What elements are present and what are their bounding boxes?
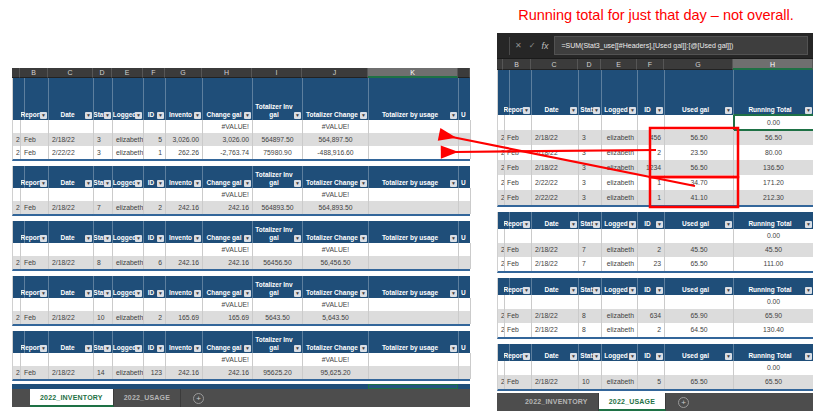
filter-dropdown-icon[interactable]: ▼ bbox=[725, 287, 732, 294]
cell[interactable]: 2/18/22 bbox=[532, 160, 579, 175]
cell[interactable]: elizabeth bbox=[602, 375, 638, 389]
cell[interactable] bbox=[369, 133, 459, 146]
cell[interactable]: 2 bbox=[638, 145, 665, 160]
cell[interactable]: 34.70 bbox=[665, 175, 734, 190]
cell[interactable]: 7 bbox=[579, 243, 602, 257]
column-letter[interactable] bbox=[458, 68, 470, 78]
cell[interactable]: 123 bbox=[144, 366, 166, 379]
cell[interactable]: Feb bbox=[504, 175, 532, 190]
filter-dropdown-icon[interactable]: ▼ bbox=[570, 353, 577, 360]
cell[interactable] bbox=[665, 361, 734, 375]
cell[interactable]: 95625.20 bbox=[253, 366, 303, 379]
cell[interactable]: Feb bbox=[21, 311, 49, 324]
cell[interactable]: 0.00 bbox=[734, 115, 813, 130]
cell[interactable] bbox=[504, 115, 532, 130]
cell[interactable]: #VALUE! bbox=[203, 298, 253, 311]
filter-dropdown-icon[interactable]: ▼ bbox=[85, 112, 92, 119]
cell[interactable]: 2/22/22 bbox=[532, 175, 579, 190]
filter-dropdown-icon[interactable]: ▼ bbox=[40, 290, 47, 297]
filter-dropdown-icon[interactable]: ▼ bbox=[157, 290, 164, 297]
cell[interactable] bbox=[369, 188, 459, 201]
cell[interactable]: 14 bbox=[94, 366, 113, 379]
cell[interactable]: 171.20 bbox=[734, 175, 813, 190]
cell[interactable] bbox=[144, 120, 166, 133]
cell[interactable]: 8 bbox=[94, 256, 113, 269]
cell[interactable]: 3 bbox=[579, 175, 602, 190]
selected-cell-outline[interactable] bbox=[368, 384, 458, 389]
filter-dropdown-icon[interactable]: ▼ bbox=[85, 290, 92, 297]
cell[interactable]: 2/18/22 bbox=[49, 256, 94, 269]
cell[interactable] bbox=[253, 188, 303, 201]
cell[interactable] bbox=[113, 353, 144, 366]
cell[interactable]: 2 bbox=[13, 366, 21, 379]
filter-dropdown-icon[interactable]: ▼ bbox=[294, 180, 301, 187]
formula-input[interactable]: =SUM(Stat3_use[[#Headers],[Used gal]]:[@… bbox=[554, 36, 808, 55]
column-letter-D[interactable]: D bbox=[93, 68, 112, 78]
cell[interactable]: 65.90 bbox=[665, 309, 734, 323]
cell[interactable]: 2 bbox=[13, 133, 21, 146]
cell[interactable] bbox=[369, 353, 459, 366]
cell[interactable] bbox=[21, 353, 49, 366]
cell[interactable]: 3 bbox=[94, 146, 113, 159]
filter-dropdown-icon[interactable]: ▼ bbox=[523, 107, 530, 114]
filter-dropdown-icon[interactable]: ▼ bbox=[104, 235, 111, 242]
cell[interactable] bbox=[459, 188, 471, 201]
cell[interactable]: 3 bbox=[579, 160, 602, 175]
cell[interactable] bbox=[21, 298, 49, 311]
cell[interactable] bbox=[13, 188, 21, 201]
cell[interactable]: 3 bbox=[579, 190, 602, 205]
filter-dropdown-icon[interactable]: ▼ bbox=[244, 235, 251, 242]
cell[interactable] bbox=[602, 115, 638, 130]
filter-dropdown-icon[interactable]: ▼ bbox=[135, 112, 142, 119]
cell[interactable] bbox=[369, 298, 459, 311]
enter-icon[interactable]: ✓ bbox=[527, 41, 538, 50]
cell[interactable] bbox=[94, 188, 113, 201]
filter-dropdown-icon[interactable]: ▼ bbox=[570, 107, 577, 114]
column-letter-H[interactable]: H bbox=[733, 59, 813, 70]
cell[interactable]: #VALUE! bbox=[303, 243, 369, 256]
filter-dropdown-icon[interactable]: ▼ bbox=[157, 345, 164, 352]
cell[interactable] bbox=[13, 298, 21, 311]
cell[interactable]: 564897.50 bbox=[253, 133, 303, 146]
cell[interactable]: #VALUE! bbox=[303, 120, 369, 133]
column-letter-B[interactable]: B bbox=[503, 59, 531, 70]
cell[interactable]: 56,456.50 bbox=[303, 256, 369, 269]
cell[interactable] bbox=[49, 353, 94, 366]
cell[interactable] bbox=[579, 115, 602, 130]
cell[interactable] bbox=[459, 256, 471, 269]
filter-dropdown-icon[interactable]: ▼ bbox=[629, 287, 636, 294]
cell[interactable]: #VALUE! bbox=[203, 353, 253, 366]
cell[interactable]: Feb bbox=[504, 243, 532, 257]
filter-dropdown-icon[interactable]: ▼ bbox=[294, 290, 301, 297]
cell[interactable] bbox=[166, 120, 203, 133]
filter-dropdown-icon[interactable]: ▼ bbox=[294, 345, 301, 352]
cell[interactable] bbox=[166, 298, 203, 311]
filter-dropdown-icon[interactable]: ▼ bbox=[135, 345, 142, 352]
cell[interactable]: Feb bbox=[21, 366, 49, 379]
column-letter-F[interactable]: F bbox=[143, 68, 165, 78]
filter-dropdown-icon[interactable]: ▼ bbox=[294, 235, 301, 242]
cell[interactable] bbox=[602, 229, 638, 243]
tab-2022_usage[interactable]: 2022_USAGE bbox=[114, 389, 181, 407]
cell[interactable] bbox=[638, 361, 665, 375]
cell[interactable]: 242.16 bbox=[166, 201, 203, 214]
cell[interactable]: 1234 bbox=[638, 160, 665, 175]
cell[interactable] bbox=[369, 256, 459, 269]
cell[interactable]: 5643.50 bbox=[253, 311, 303, 324]
filter-dropdown-icon[interactable]: ▼ bbox=[244, 290, 251, 297]
cell[interactable]: 634 bbox=[638, 309, 665, 323]
cell[interactable]: 0.00 bbox=[734, 361, 813, 375]
cell[interactable] bbox=[504, 361, 532, 375]
cell[interactable]: 242.16 bbox=[203, 366, 253, 379]
filter-dropdown-icon[interactable]: ▼ bbox=[360, 290, 367, 297]
filter-dropdown-icon[interactable]: ▼ bbox=[360, 235, 367, 242]
cell[interactable]: elizabeth bbox=[602, 130, 638, 145]
filter-dropdown-icon[interactable]: ▼ bbox=[629, 353, 636, 360]
cell[interactable]: 10 bbox=[94, 311, 113, 324]
cell[interactable] bbox=[369, 243, 459, 256]
cell[interactable]: 3 bbox=[579, 145, 602, 160]
cell[interactable]: elizabeth bbox=[602, 160, 638, 175]
cell[interactable] bbox=[94, 243, 113, 256]
cell[interactable]: 3 bbox=[94, 133, 113, 146]
cell[interactable] bbox=[504, 229, 532, 243]
